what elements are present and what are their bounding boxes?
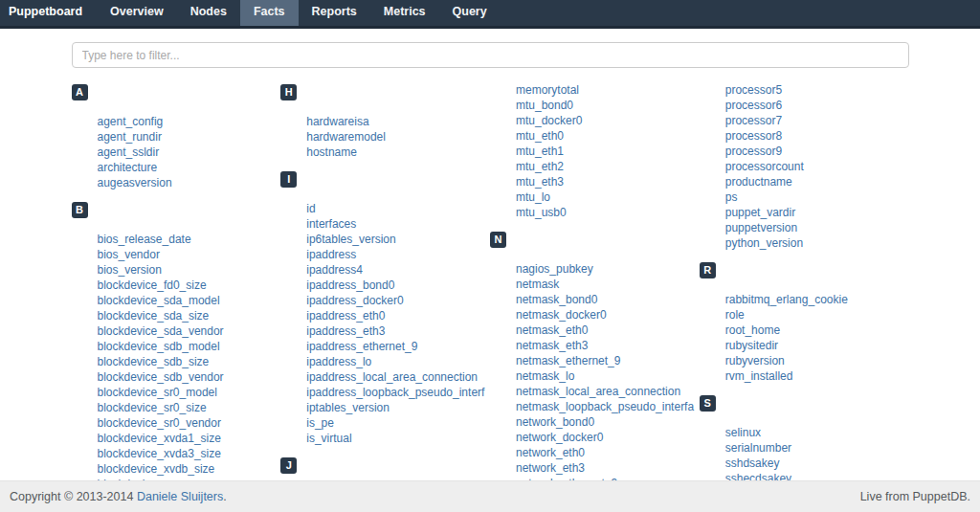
fact-link[interactable]: blockdevice_sda_size [98, 309, 210, 323]
fact-link[interactable]: blockdevice_sda_model [98, 294, 220, 307]
fact-link[interactable]: agent_rundir [98, 130, 162, 144]
fact-link[interactable]: blockdevice_sda_vendor [98, 324, 224, 338]
fact-link[interactable]: processor8 [725, 129, 782, 143]
fact-link[interactable]: netmask_eth3 [516, 339, 588, 352]
fact-link[interactable]: mtu_eth1 [516, 145, 564, 158]
fact-link[interactable]: ipaddress_loopback_pseudo_interf [306, 386, 484, 399]
fact-link[interactable]: ps [725, 190, 738, 204]
fact-link[interactable]: ipaddress_bond0 [306, 278, 394, 292]
fact-link[interactable]: productname [725, 175, 792, 189]
fact-link[interactable]: mtu_eth3 [516, 175, 564, 189]
fact-link[interactable]: ipaddress_eth0 [306, 309, 385, 323]
fact-link[interactable]: blockdevice_sdb_size [98, 355, 210, 368]
fact-link[interactable]: network_eth0 [516, 446, 585, 459]
fact-link[interactable]: mtu_docker0 [516, 114, 582, 127]
fact-link[interactable]: bios_vendor [98, 248, 160, 261]
fact-list: bios_release_datebios_vendorbios_version… [72, 232, 281, 480]
fact-link[interactable]: mtu_eth2 [516, 160, 564, 173]
nav-item-facts[interactable]: Facts [240, 0, 299, 26]
fact-link[interactable]: serialnumber [725, 441, 791, 455]
fact-link[interactable]: is_pe [306, 416, 334, 430]
author-link[interactable]: Daniele Sluijters [137, 490, 223, 503]
fact-link[interactable]: blockdevice_sdb_model [98, 340, 220, 353]
fact-link[interactable]: blockdevice_sr0_model [98, 386, 217, 399]
fact-link[interactable]: network_eth3 [516, 461, 585, 475]
nav-item-reports[interactable]: Reports [299, 0, 370, 26]
copyright-suffix: . [223, 490, 226, 503]
fact-link[interactable]: ipaddress_local_area_connection [306, 370, 478, 384]
fact-link[interactable]: hardwareisa [306, 115, 368, 128]
filter-input[interactable] [72, 42, 909, 68]
nav-item-nodes[interactable]: Nodes [177, 0, 240, 26]
fact-link[interactable]: netmask_ethernet_9 [516, 354, 620, 367]
fact-link[interactable]: blockdevice_sr0_vendor [98, 416, 221, 430]
fact-link[interactable]: blockdevice_sdb_vendor [98, 370, 224, 384]
footer-status: Live from PuppetDB. [860, 490, 970, 503]
fact-link[interactable]: is_virtual [306, 432, 351, 445]
fact-link[interactable]: netmask_local_area_connection [516, 385, 680, 398]
fact-link[interactable]: ipaddress [306, 248, 356, 261]
nav-item-query[interactable]: Query [439, 0, 501, 26]
fact-link[interactable]: rvm_installed [725, 369, 793, 383]
fact-link[interactable]: ipaddress_ethernet_9 [306, 340, 417, 353]
fact-link[interactable]: agent_config [98, 115, 164, 128]
fact-link[interactable]: puppetversion [725, 221, 797, 234]
fact-link[interactable]: network_docker0 [516, 431, 603, 444]
fact-link[interactable]: ipaddress_docker0 [306, 294, 403, 307]
fact-link[interactable]: mtu_usb0 [516, 206, 567, 219]
fact-link[interactable]: ipaddress_eth3 [306, 324, 385, 338]
fact-link[interactable]: role [725, 308, 745, 322]
fact-group-i: Iidinterfacesip6tables_versionipaddressi… [280, 160, 490, 446]
fact-link[interactable]: ipaddress4 [306, 263, 363, 277]
fact-link[interactable]: sshdsakey [725, 456, 780, 470]
nav-item-metrics[interactable]: Metrics [370, 0, 439, 26]
fact-link[interactable]: bios_release_date [98, 233, 191, 246]
fact-link[interactable]: hardwaremodel [306, 130, 386, 144]
fact-link[interactable]: sshecdsakey [725, 472, 791, 480]
fact-link[interactable]: processorcount [725, 160, 804, 173]
fact-link[interactable]: hostname [306, 145, 357, 159]
fact-link[interactable]: mtu_bond0 [516, 99, 573, 112]
fact-link[interactable]: id [306, 202, 315, 215]
fact-link[interactable]: network_bond0 [516, 415, 594, 429]
nav-item-overview[interactable]: Overview [97, 0, 177, 26]
fact-link[interactable]: python_version [725, 236, 803, 250]
fact-item: mtu_usb0 [516, 205, 700, 220]
fact-link[interactable]: blockdevice_xvda1_size [98, 432, 221, 445]
fact-link[interactable]: ipaddress_lo [306, 355, 371, 368]
fact-link[interactable]: nagios_pubkey [516, 262, 593, 276]
fact-link[interactable]: puppet_vardir [725, 206, 795, 219]
fact-link[interactable]: augeasversion [98, 176, 172, 189]
fact-link[interactable]: blockdevice_xvdb_size [98, 462, 215, 476]
fact-link[interactable]: blockdevice_xvda3_size [98, 447, 221, 460]
fact-link[interactable]: memorytotal [516, 83, 579, 97]
fact-link[interactable]: processor6 [725, 99, 782, 112]
fact-link[interactable]: rubysitedir [725, 339, 778, 352]
fact-link[interactable]: interfaces [306, 217, 356, 231]
fact-list: idinterfacesip6tables_versionipaddressip… [280, 201, 490, 446]
fact-link[interactable]: rubyversion [725, 354, 785, 367]
fact-link[interactable]: root_home [725, 323, 780, 337]
fact-link[interactable]: processor7 [725, 114, 782, 127]
fact-link[interactable]: ip6tables_version [306, 233, 395, 246]
fact-link[interactable]: blockdevice_sr0_size [98, 401, 207, 414]
fact-link[interactable]: netmask_eth0 [516, 323, 588, 337]
fact-link[interactable]: netmask_bond0 [516, 293, 597, 306]
fact-link[interactable]: rabbitmq_erlang_cookie [725, 293, 848, 306]
brand-link[interactable]: Puppetboard [0, 0, 97, 26]
fact-link[interactable]: netmask_lo [516, 369, 574, 383]
fact-link[interactable]: mtu_eth0 [516, 129, 564, 143]
fact-link[interactable]: bios_version [98, 263, 162, 277]
fact-link[interactable]: processor9 [725, 145, 782, 158]
fact-link[interactable]: iptables_version [306, 401, 390, 414]
fact-link[interactable]: netmask_loopback_pseudo_interfa [516, 400, 694, 413]
fact-link[interactable]: agent_ssldir [98, 145, 160, 159]
fact-link[interactable]: netmask_docker0 [516, 308, 607, 322]
fact-link[interactable]: selinux [725, 426, 761, 439]
fact-item: rubyversion [725, 353, 909, 368]
fact-link[interactable]: mtu_lo [516, 190, 550, 204]
fact-link[interactable]: blockdevice_fd0_size [98, 278, 207, 292]
fact-link[interactable]: netmask [516, 278, 559, 291]
fact-link[interactable]: processor5 [725, 83, 782, 97]
fact-link[interactable]: architecture [98, 161, 158, 174]
